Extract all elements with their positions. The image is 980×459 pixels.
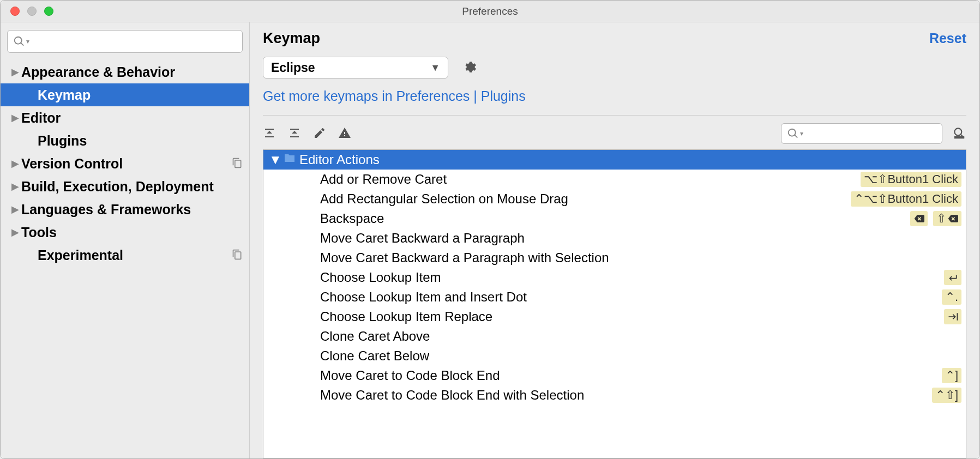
- sidebar-item-tools[interactable]: ▶Tools: [1, 221, 249, 244]
- action-row[interactable]: Add or Remove Caret⌥⇧Button1 Click: [263, 170, 966, 189]
- action-label: Move Caret to Code Block End with Select…: [320, 388, 932, 403]
- action-row[interactable]: Backspace⇧: [263, 209, 966, 228]
- toolbar-right: ▾: [781, 123, 966, 144]
- sidebar-item-label: Build, Execution, Deployment: [21, 179, 243, 195]
- edit-icon[interactable]: [313, 126, 326, 141]
- sidebar-item-label: Keymap: [38, 87, 243, 103]
- content-header: Keymap Reset: [263, 30, 966, 47]
- action-label: Add Rectangular Selection on Mouse Drag: [320, 191, 851, 207]
- sidebar-item-editor[interactable]: ▶Editor: [1, 106, 249, 129]
- action-label: Clone Caret Above: [320, 329, 961, 344]
- action-row[interactable]: Move Caret to Code Block End⌃]: [263, 366, 966, 385]
- sidebar-item-label: Tools: [21, 225, 243, 240]
- reset-link[interactable]: Reset: [929, 31, 966, 46]
- svg-rect-2: [954, 136, 964, 138]
- sidebar-item-appearance-behavior[interactable]: ▶Appearance & Behavior: [1, 61, 249, 83]
- action-row[interactable]: Choose Lookup Item and Insert Dot⌃.: [263, 287, 966, 307]
- action-label: Move Caret to Code Block End: [320, 368, 942, 383]
- preferences-window: Preferences ▾ ▶Appearance & BehaviorKeym…: [0, 0, 980, 459]
- shortcut-badge: ⌥⇧Button1 Click: [861, 172, 961, 187]
- panel-title: Keymap: [263, 30, 320, 47]
- sidebar-item-build-execution-deployment[interactable]: ▶Build, Execution, Deployment: [1, 175, 249, 198]
- sidebar-item-version-control[interactable]: ▶Version Control: [1, 152, 249, 175]
- action-row[interactable]: Move Caret Backward a Paragraph: [263, 228, 966, 248]
- action-row[interactable]: Choose Lookup Item: [263, 268, 966, 287]
- disclosure-triangle-icon: ▶: [11, 158, 21, 170]
- gear-icon[interactable]: [462, 60, 477, 76]
- action-shortcuts: [944, 309, 961, 324]
- shortcut-badge: ⌃.: [942, 289, 961, 305]
- keymap-select-value: Eclipse: [271, 61, 315, 75]
- action-shortcuts: ⌃]: [942, 368, 961, 383]
- sidebar-item-keymap[interactable]: Keymap: [1, 83, 249, 106]
- shortcut-badge: ⌃⌥⇧Button1 Click: [851, 191, 961, 207]
- disclosure-triangle-icon: ▶: [11, 226, 21, 238]
- actions-tree[interactable]: ▼ Editor Actions Add or Remove Caret⌥⇧Bu…: [263, 149, 966, 458]
- window-title: Preferences: [462, 5, 518, 17]
- chevron-down-icon: ▼: [430, 62, 440, 74]
- disclosure-triangle-icon: ▶: [11, 66, 21, 78]
- collapse-all-icon[interactable]: [288, 126, 301, 141]
- disclosure-triangle-icon: ▶: [11, 203, 21, 215]
- find-by-shortcut-icon[interactable]: [952, 126, 966, 142]
- disclosure-triangle-icon[interactable]: ▼: [268, 152, 283, 167]
- more-keymaps-link[interactable]: Get more keymaps in Preferences | Plugin…: [263, 88, 966, 104]
- sidebar-item-label: Editor: [21, 110, 243, 126]
- action-row[interactable]: Clone Caret Above: [263, 327, 966, 346]
- search-icon: [13, 35, 25, 47]
- sidebar-item-label: Plugins: [38, 133, 243, 149]
- action-row[interactable]: Add Rectangular Selection on Mouse Drag⌃…: [263, 189, 966, 209]
- shortcut-badge: ⇧: [933, 211, 961, 226]
- keymap-select[interactable]: Eclipse ▼: [263, 57, 448, 78]
- action-shortcuts: [944, 270, 961, 285]
- window-close-button[interactable]: [10, 7, 20, 16]
- sidebar-item-label: Appearance & Behavior: [21, 64, 243, 80]
- tree-group-editor-actions[interactable]: ▼ Editor Actions: [263, 150, 966, 170]
- sidebar-search-input[interactable]: ▾: [7, 30, 243, 53]
- shortcut-badge: [944, 309, 961, 324]
- sidebar-item-plugins[interactable]: Plugins: [1, 129, 249, 152]
- action-label: Clone Caret Below: [320, 348, 961, 364]
- sidebar-item-languages-frameworks[interactable]: ▶Languages & Frameworks: [1, 198, 249, 221]
- divider: [263, 115, 966, 116]
- action-row[interactable]: Choose Lookup Item Replace: [263, 307, 966, 327]
- shortcut-badge: ⌃]: [942, 368, 961, 383]
- body: ▾ ▶Appearance & BehaviorKeymap▶EditorPlu…: [1, 22, 979, 458]
- traffic-lights: [1, 7, 53, 16]
- actions-search-input[interactable]: ▾: [781, 123, 942, 144]
- action-row[interactable]: Move Caret Backward a Paragraph with Sel…: [263, 248, 966, 268]
- disclosure-triangle-icon: ▶: [11, 112, 21, 124]
- window-minimize-button[interactable]: [27, 7, 37, 16]
- keymap-selector-row: Eclipse ▼: [263, 57, 966, 78]
- sidebar-item-label: Languages & Frameworks: [21, 202, 243, 218]
- group-label: Editor Actions: [299, 152, 380, 167]
- folder-icon: [283, 152, 296, 168]
- sidebar-item-experimental[interactable]: Experimental: [1, 244, 249, 267]
- action-shortcuts: ⌃.: [942, 289, 961, 305]
- action-shortcuts: ⌃⌥⇧Button1 Click: [851, 191, 961, 207]
- sidebar-search-field[interactable]: [29, 35, 237, 48]
- actions-toolbar: ▾: [263, 123, 966, 144]
- copy-icon: [232, 247, 243, 263]
- sidebar-search-wrap: ▾: [1, 22, 249, 61]
- action-shortcuts: ⇧: [910, 211, 961, 226]
- action-row[interactable]: Clone Caret Below: [263, 346, 966, 366]
- toolbar-left: [263, 126, 351, 141]
- shortcut-badge: [944, 270, 961, 285]
- copy-icon: [232, 156, 243, 172]
- sidebar-item-label: Version Control: [21, 156, 232, 172]
- warning-icon[interactable]: [338, 126, 351, 141]
- action-label: Move Caret Backward a Paragraph with Sel…: [320, 250, 961, 265]
- disclosure-triangle-icon: ▶: [11, 180, 21, 192]
- sidebar-list: ▶Appearance & BehaviorKeymap▶EditorPlugi…: [1, 61, 249, 267]
- action-label: Add or Remove Caret: [320, 172, 861, 187]
- action-label: Choose Lookup Item and Insert Dot: [320, 289, 942, 305]
- action-row[interactable]: Move Caret to Code Block End with Select…: [263, 385, 966, 405]
- expand-all-icon[interactable]: [263, 126, 276, 141]
- sidebar: ▾ ▶Appearance & BehaviorKeymap▶EditorPlu…: [1, 22, 250, 458]
- action-label: Move Caret Backward a Paragraph: [320, 231, 961, 246]
- action-shortcuts: ⌥⇧Button1 Click: [861, 172, 961, 187]
- shortcut-badge: [910, 211, 928, 226]
- window-zoom-button[interactable]: [44, 7, 53, 16]
- action-label: Backspace: [320, 211, 910, 226]
